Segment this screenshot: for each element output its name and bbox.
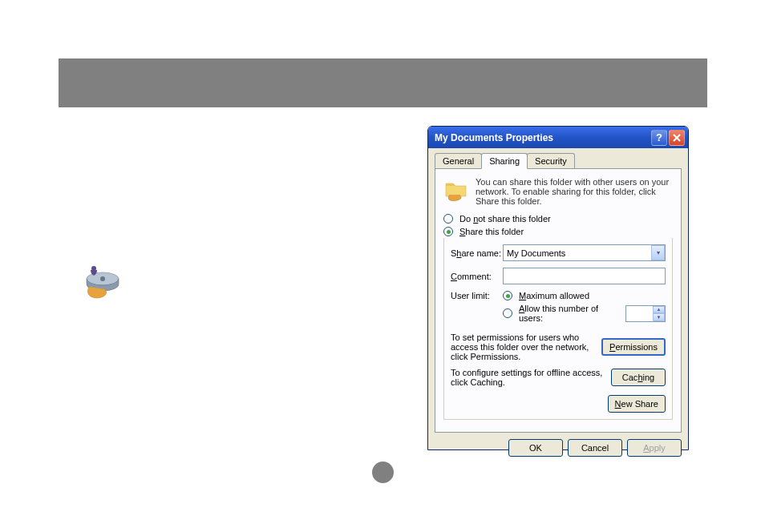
radio-icon[interactable] (443, 227, 453, 236)
share-name-label: Share name: (451, 248, 503, 258)
radio-max-allowed[interactable]: Maximum allowed (503, 291, 666, 300)
sharing-panel: You can share this folder with other use… (435, 168, 682, 433)
radio-label: Maximum allowed (519, 291, 589, 300)
svg-point-1 (100, 276, 105, 281)
caching-text: To configure settings for offline access… (451, 368, 605, 387)
tab-sharing[interactable]: Sharing (481, 153, 528, 169)
radio-do-not-share[interactable]: Do not share this folder (443, 214, 673, 224)
user-count-spinner[interactable]: ▲ ▼ (625, 305, 666, 322)
comment-label: Comment: (451, 272, 503, 281)
page-indicator (372, 461, 394, 483)
folder-hand-icon (443, 177, 469, 203)
spinner-up-icon[interactable]: ▲ (653, 306, 665, 314)
share-name-input[interactable] (503, 244, 666, 261)
new-share-button[interactable]: New Share (608, 395, 666, 413)
radio-label: Do not share this folder (459, 214, 551, 224)
properties-dialog: My Documents Properties ? General Sharin… (427, 126, 689, 450)
user-limit-label: User limit: (451, 291, 503, 300)
tab-security[interactable]: Security (527, 153, 575, 168)
radio-label: Allow this number of users: (519, 304, 617, 323)
header-bar (59, 58, 707, 107)
comment-input[interactable] (503, 268, 666, 284)
dialog-button-row: OK Cancel Apply (428, 439, 688, 463)
caching-button[interactable]: Caching (611, 369, 666, 386)
tab-strip: General Sharing Security (428, 148, 688, 168)
permissions-button[interactable]: Permissions (601, 338, 666, 356)
radio-label: Share this folder (459, 227, 524, 236)
radio-allow-number[interactable]: Allow this number of users: ▲ ▼ (503, 304, 666, 323)
titlebar: My Documents Properties ? (428, 127, 688, 148)
cancel-button[interactable]: Cancel (568, 439, 622, 457)
share-settings-group: Share name: ▾ Comment: User limit: Maxim… (443, 238, 673, 420)
radio-icon[interactable] (503, 291, 512, 300)
tab-general[interactable]: General (435, 153, 482, 168)
apply-button[interactable]: Apply (627, 439, 682, 457)
radio-share-folder[interactable]: Share this folder (443, 227, 673, 236)
spinner-down-icon[interactable]: ▼ (653, 313, 665, 321)
shared-drive-icon (79, 263, 128, 301)
permissions-text: To set permissions for users who access … (451, 332, 595, 361)
radio-icon[interactable] (503, 308, 512, 318)
intro-text: You can share this folder with other use… (476, 177, 673, 206)
ok-button[interactable]: OK (508, 439, 563, 457)
chevron-down-icon[interactable]: ▾ (651, 245, 665, 260)
dialog-title: My Documents Properties (435, 132, 651, 143)
help-button[interactable]: ? (651, 130, 667, 146)
radio-icon[interactable] (443, 214, 453, 224)
close-button[interactable] (669, 130, 685, 146)
